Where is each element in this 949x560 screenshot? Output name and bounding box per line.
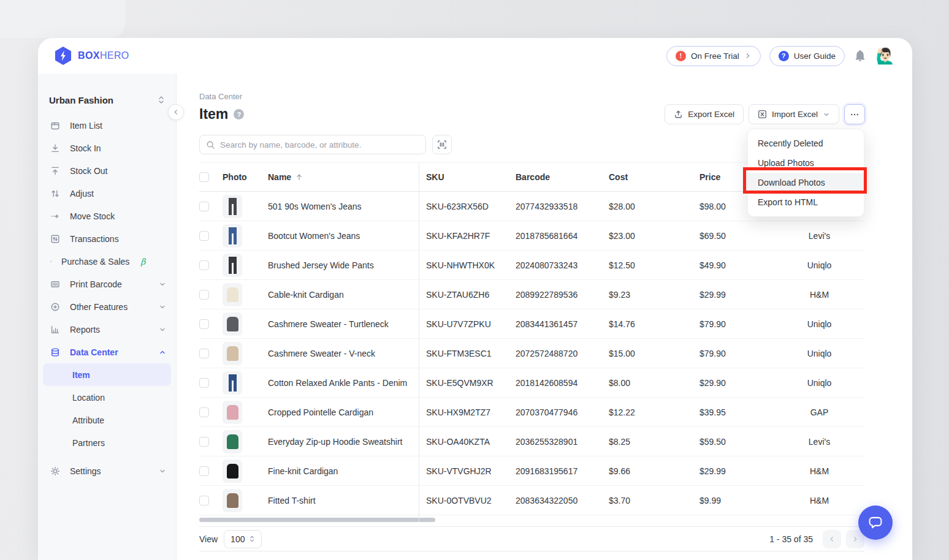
row-checkbox[interactable] [199,437,209,447]
item-barcode: 2036255328901 [516,437,609,447]
notification-bell-icon[interactable] [853,49,867,62]
sidebar-item-stock-in[interactable]: Stock In [38,137,176,159]
row-checkbox[interactable] [199,231,209,241]
sidebar-item-data-center[interactable]: Data Center [38,341,176,363]
item-price: $9.99 [699,496,774,505]
table-row[interactable]: Brushed Jersey Wide Pants SKU-NHWTHX0K 2… [199,251,864,280]
item-photo [223,195,242,218]
item-brand: Levi's [774,437,864,447]
sidebar-subitem-partners[interactable]: Partners [43,431,171,454]
import-excel-button[interactable]: Import Excel [749,104,839,124]
bar-chart-icon [50,325,60,335]
item-name: Cotton Relaxed Ankle Pants - Denim [268,378,419,388]
select-all-checkbox[interactable] [199,172,209,182]
row-checkbox[interactable] [199,496,209,505]
row-checkbox[interactable] [199,349,209,358]
topbar: BOXHERO ! On Free Trial ? User Guide 🙋🏻‍… [38,38,912,74]
item-sku: SKU-NHWTHX0K [419,260,516,270]
row-checkbox[interactable] [199,202,209,211]
item-price: $69.50 [699,231,774,241]
row-checkbox[interactable] [199,378,209,388]
sidebar-item-stock-out[interactable]: Stock Out [38,159,176,182]
sidebar-subitem-location[interactable]: Location [43,386,171,409]
item-price: $79.90 [699,349,774,358]
chat-support-button[interactable] [858,505,893,540]
export-excel-button[interactable]: Export Excel [665,104,744,124]
trial-label: On Free Trial [691,51,739,61]
menu-item-recently-deleted[interactable]: Recently Deleted [748,134,864,153]
help-icon[interactable]: ? [234,109,244,119]
column-header-barcode[interactable]: Barcode [516,172,609,182]
barcode-card-icon [50,279,60,289]
sidebar-collapse-button[interactable] [168,104,184,120]
item-brand: Levi's [774,231,864,241]
boxhero-logo[interactable]: BOXHERO [54,46,129,66]
updown-arrows-icon [249,535,255,543]
barcode-scan-button[interactable] [432,135,452,154]
table-row[interactable]: Fine-knit Cardigan SKU-VTVGHJ2R 20916831… [199,456,864,486]
chevron-down-icon [165,258,166,265]
sidebar-item-settings[interactable]: Settings [38,460,176,482]
table-row[interactable]: Fitted T-shirt SKU-0OTVBVU2 208363432205… [199,486,864,515]
table-row[interactable]: Cable-knit Cardigan SKU-ZTAU6ZH6 2089922… [199,280,864,309]
row-checkbox[interactable] [199,319,209,329]
sidebar-item-other-features[interactable]: Other Features [38,295,176,318]
sidebar-item-purchase-sales[interactable]: Purchase & Sales β [38,250,176,273]
sidebar-item-reports[interactable]: Reports [38,318,176,341]
item-price: $29.99 [699,290,774,300]
sidebar-item-print-barcode[interactable]: Print Barcode [38,273,176,295]
menu-item-download-photos[interactable]: Download Photos [748,173,864,192]
menu-item-export-to-html[interactable]: Export to HTML [748,192,864,212]
item-cost: $12.50 [609,260,699,270]
sidebar-item-move-stock[interactable]: Move Stock [38,205,176,227]
table-row[interactable]: Cashmere Sweater - V-neck SKU-FTM3ESC1 2… [199,339,864,368]
sidebar-item-transactions[interactable]: Transactions [38,227,176,250]
item-sku: SKU-HX9M2TZ7 [419,407,516,417]
column-header-sku[interactable]: SKU [419,172,516,182]
free-trial-button[interactable]: ! On Free Trial [666,46,761,66]
frozen-column-divider [419,162,419,522]
table-row[interactable]: Cashmere Sweater - Turtleneck SKU-U7V7ZP… [199,309,864,339]
horizontal-scrollbar[interactable] [199,518,435,522]
menu-item-upload-photos[interactable]: Upload Photos [748,153,864,173]
sidebar-item-item-list[interactable]: Item List [38,114,176,137]
item-price: $39.95 [699,407,774,417]
table-row[interactable]: Cotton Relaxed Ankle Pants - Denim SKU-E… [199,368,864,398]
page-size-select[interactable]: 100 [224,530,262,548]
item-brand: Uniqlo [774,378,864,388]
table-row[interactable]: Cropped Pointelle Cardigan SKU-HX9M2TZ7 … [199,398,864,427]
row-checkbox[interactable] [199,466,209,476]
search-box [199,135,426,154]
item-cost: $8.25 [609,437,699,447]
previous-page-button[interactable] [823,530,841,548]
item-name: Cable-knit Cardigan [268,290,419,300]
user-guide-button[interactable]: ? User Guide [769,46,845,66]
more-options-button[interactable] [844,104,865,124]
table-row[interactable]: Bootcut Women's Jeans SKU-KFA2HR7F 20187… [199,221,864,251]
item-barcode: 2018785681664 [516,231,609,241]
item-name: Everyday Zip-up Hoodie Sweatshirt [268,437,419,447]
sidebar-item-adjust[interactable]: Adjust [38,182,176,205]
arrow-up-icon [50,166,60,176]
user-guide-label: User Guide [794,51,836,61]
item-brand: H&M [774,466,864,476]
item-barcode: 2089922789536 [516,290,609,300]
item-sku: SKU-KFA2HR7F [419,231,516,241]
search-input[interactable] [220,140,419,149]
barcode-scan-icon [437,140,447,149]
logo-wordmark: BOXHERO [78,50,129,61]
workspace-name: Urban Fashion [49,95,113,105]
row-checkbox[interactable] [199,290,209,300]
user-avatar[interactable]: 🙋🏻‍♂️ [875,46,895,66]
column-header-cost[interactable]: Cost [609,172,699,182]
sidebar-subitem-item[interactable]: Item [43,363,171,386]
workspace-switcher[interactable]: Urban Fashion [38,74,176,113]
sidebar-subitem-attribute[interactable]: Attribute [43,409,171,431]
transactions-icon [50,234,60,244]
row-checkbox[interactable] [199,260,209,270]
row-checkbox[interactable] [199,407,209,417]
item-barcode: 2083634322050 [516,496,609,505]
column-header-name[interactable]: Name [268,172,419,182]
item-cost: $3.70 [609,496,699,505]
table-row[interactable]: Everyday Zip-up Hoodie Sweatshirt SKU-OA… [199,427,864,456]
